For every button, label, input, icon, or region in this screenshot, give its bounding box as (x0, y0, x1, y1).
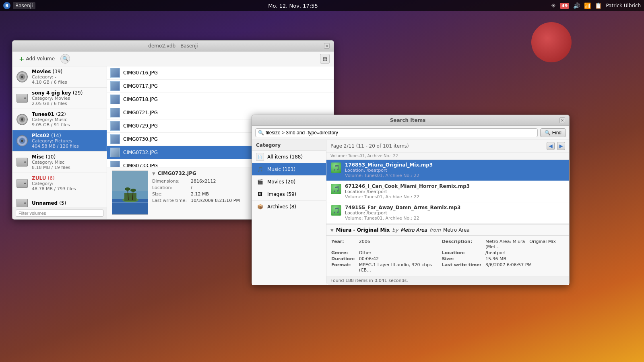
volume-item-unnamed[interactable]: Unnamed (5) (12, 194, 107, 207)
search-content: Category 📄 All items (188) 🎵 Music (101)… (252, 140, 569, 285)
next-page-button[interactable]: ▶ (557, 142, 565, 150)
music-icon-miami: 🎵 (330, 183, 342, 195)
result-info-miami: 671246_I_Can_Cook_Miami_Horror_Remix.mp3… (345, 183, 565, 200)
volume-item-movies[interactable]: Movies (39) Category: - 4.10 GB / 6 file… (12, 66, 107, 88)
volume-category-movies: Category: - (32, 74, 103, 80)
description-val: Metro Area: Miura - Original Mix (Met... (485, 239, 564, 249)
search-bar: 🔍 🔍 Find (252, 126, 569, 140)
music-icon-miura: 🎵 (330, 162, 342, 173)
file-name-0730: CIMG0730.JPG (123, 136, 158, 142)
disc-icon-tunes01 (16, 113, 29, 126)
volume-size-sony: 2.05 GB / 6 files (32, 101, 103, 106)
detail-expand-icon[interactable]: ▼ (330, 228, 334, 232)
result-item-miura[interactable]: 🎵 176853_Miura_Original_Mix.mp3 Location… (326, 160, 569, 181)
file-item-0718[interactable]: CIMG0718.JPG (107, 93, 334, 106)
volume-category-tunes01: Category: Music (32, 117, 103, 122)
size-val: 15.36 MB (485, 256, 564, 261)
volume-item-tunes01[interactable]: Tunes01 (22) Category: Music 9.05 GB / 9… (12, 109, 107, 130)
search-window-title: Search Items (256, 117, 559, 123)
file-thumb-0730 (110, 134, 120, 144)
file-name-0717: CIMG0717.JPG (123, 83, 158, 89)
disc-icon-movies (16, 70, 29, 83)
filter-input[interactable] (16, 210, 103, 217)
svg-rect-2 (112, 171, 148, 191)
lastwrite-value: 10/3/2009 8:21:10 PM (191, 198, 240, 203)
volume-item-pics02[interactable]: Pics02 (14) Category: Pictures 404.58 MB… (12, 130, 107, 152)
category-label-movies: Movies (20) (267, 179, 295, 185)
volume-category-misc: Category: Misc (32, 160, 103, 165)
volume-name-pics02: Pics02 (14) (32, 133, 103, 138)
dimensions-label: Dimensions: (152, 179, 188, 184)
search-close-button[interactable]: ✕ (559, 117, 565, 123)
search-button[interactable]: 🔍 (60, 54, 70, 64)
year-key: Year: (331, 239, 355, 249)
prev-page-button[interactable]: ◀ (547, 142, 555, 150)
detail-header: ▼ Miura - Original Mix by Metro Area fro… (326, 225, 569, 236)
images-category-icon: 🖼 (256, 190, 264, 198)
search-input[interactable] (266, 130, 535, 136)
file-thumb-0729 (110, 121, 120, 131)
result-name-miura: 176853_Miura_Original_Mix.mp3 (345, 162, 565, 168)
volume-size-zulu: 48.78 MB / 793 files (32, 186, 103, 191)
app-icon: B (3, 2, 10, 9)
add-volume-button[interactable]: + Add Volume (17, 54, 57, 64)
size-label: Size: (152, 191, 188, 197)
results-panel: Page 2/11 (11 - 20 of 101 items) ◀ ▶ Vol… (326, 140, 569, 285)
volume-info-unnamed: Unnamed (5) (32, 200, 103, 206)
file-thumb-0717 (110, 81, 120, 91)
volume-list: Movies (39) Category: - 4.10 GB / 6 file… (12, 66, 107, 207)
partial-result-top: Volume: Tunes01, Archive No.: 22 (326, 152, 569, 160)
taskbar-right: ☀ 49 🔊 📶 📋 Patrick Ulbrich (551, 2, 641, 9)
file-item-0717[interactable]: CIMG0717.JPG (107, 80, 334, 93)
svg-rect-9 (112, 202, 148, 203)
find-button[interactable]: 🔍 Find (540, 128, 566, 137)
volume-icon[interactable]: 🔊 (573, 2, 580, 9)
category-item-all[interactable]: 📄 All items (188) (252, 151, 326, 163)
svg-point-8 (130, 189, 136, 192)
detail-grid: Year: 2006 Description: Metro Area: Miur… (326, 236, 569, 276)
expand-button[interactable]: ▼ (152, 171, 155, 176)
category-item-music[interactable]: 🎵 Music (101) (252, 163, 326, 176)
taskbar-app[interactable]: Basenji (13, 2, 35, 9)
search-icon: 🔍 (258, 130, 264, 136)
volume-category-pics02: Category: Pictures (32, 138, 103, 144)
lastwrite-val: 3/6/2007 6:06:57 PM (485, 262, 564, 273)
basenji-close-button[interactable]: ✕ (324, 43, 330, 49)
file-thumb-0718 (110, 95, 120, 104)
network-icon[interactable]: 📶 (584, 2, 591, 9)
volume-item-misc[interactable]: Misc (10) Category: Misc 8.18 MB / 19 fi… (12, 152, 107, 173)
file-item-0716[interactable]: CIMG0716.JPG (107, 66, 334, 80)
result-item-miami[interactable]: 🎵 671246_I_Can_Cook_Miami_Horror_Remix.m… (326, 181, 569, 202)
file-name-0718: CIMG0718.JPG (123, 97, 158, 102)
category-item-archives[interactable]: 📦 Archives (8) (252, 201, 326, 213)
volume-category-zulu: Category: - (32, 181, 103, 186)
battery-badge: 49 (560, 3, 569, 9)
search-status-bar: Found 188 items in 0.041 seconds. (326, 276, 569, 285)
volume-item-sony[interactable]: sony 4 gig key (29) Category: Movies 2.0… (12, 88, 107, 109)
volume-info-sony: sony 4 gig key (29) Category: Movies 2.0… (32, 90, 103, 106)
brightness-icon[interactable]: ☀ (551, 2, 556, 9)
clipboard-icon[interactable]: 📋 (595, 2, 602, 9)
volume-name-zulu: ZULU (6) (32, 175, 103, 181)
volume-item-zulu[interactable]: ZULU (6) Category: - 48.78 MB / 793 file… (12, 173, 107, 194)
category-item-movies[interactable]: 🎬 Movies (20) (252, 176, 326, 188)
duration-val: 00:06:42 (359, 256, 438, 261)
volume-info-misc: Misc (10) Category: Misc 8.18 MB / 19 fi… (32, 154, 103, 170)
svg-rect-4 (124, 193, 136, 201)
svg-rect-10 (112, 205, 148, 205)
search-window: Search Items ✕ 🔍 🔍 Find Category 📄 All i… (252, 115, 570, 285)
photo-button[interactable]: 🖼 (320, 54, 330, 64)
volume-size-tunes01: 9.05 GB / 91 files (32, 122, 103, 128)
file-preview (112, 171, 148, 215)
category-label-all: All items (188) (267, 154, 303, 160)
volumes-panel: Movies (39) Category: - 4.10 GB / 6 file… (12, 66, 107, 219)
result-item-faraway[interactable]: 🎵 749155_Far_Away_Damn_Arms_Remix.mp3 Lo… (326, 202, 569, 224)
duration-key: Duration: (331, 256, 355, 261)
result-info-faraway: 749155_Far_Away_Damn_Arms_Remix.mp3 Loca… (345, 205, 565, 221)
taskbar: B Basenji Mo, 12. Nov, 17:55 ☀ 49 🔊 📶 📋 … (0, 0, 644, 11)
category-item-images[interactable]: 🖼 Images (59) (252, 188, 326, 201)
detail-song-title: Miura - Original Mix (336, 227, 390, 233)
volume-info-zulu: ZULU (6) Category: - 48.78 MB / 793 file… (32, 175, 103, 191)
result-name-faraway: 749155_Far_Away_Damn_Arms_Remix.mp3 (345, 205, 565, 210)
location-val: /beatport (485, 250, 564, 255)
